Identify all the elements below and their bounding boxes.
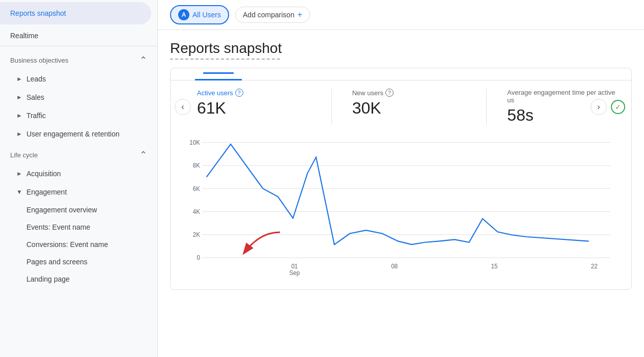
- svg-text:15: 15: [491, 263, 498, 269]
- svg-text:6K: 6K: [193, 185, 200, 191]
- new-users-label: New users ?: [352, 89, 466, 97]
- page-title: Reports snapshot: [170, 40, 632, 57]
- metrics-row: ‹ Active users ? 61K New users ? 30K: [171, 80, 631, 133]
- all-users-label: All Users: [192, 11, 221, 19]
- svg-text:08: 08: [391, 263, 398, 269]
- chart-container: 10K 8K 6K 4K 2K 0 01 Sep 08 15 22: [171, 133, 631, 289]
- arrow-right-icon: ►: [16, 75, 22, 83]
- nav-prev-button[interactable]: ‹: [175, 99, 191, 115]
- engagement-label: Engagement: [26, 188, 67, 196]
- info-icon[interactable]: ?: [235, 89, 243, 97]
- svg-text:01: 01: [291, 263, 298, 269]
- sidebar-subitem-engagement-overview[interactable]: Engagement overview: [0, 201, 157, 218]
- active-users-value: 61K: [197, 99, 311, 118]
- chevron-up-icon: ⌃: [139, 149, 147, 160]
- sales-label: Sales: [26, 93, 44, 101]
- arrow-right-icon: ►: [16, 94, 22, 101]
- metric-divider: [486, 89, 487, 125]
- sidebar-item-engagement[interactable]: ▼ Engagement: [0, 183, 157, 201]
- svg-rect-0: [203, 72, 234, 74]
- sidebar-item-traffic[interactable]: ► Traffic: [0, 106, 157, 125]
- info-icon[interactable]: ?: [385, 89, 394, 97]
- sidebar-item-realtime[interactable]: Realtime: [0, 25, 157, 46]
- chart-svg: 10K 8K 6K 4K 2K 0 01 Sep 08 15 22: [181, 137, 621, 280]
- arrow-right-icon: ►: [16, 130, 22, 138]
- main-content: A All Users Add comparison + Reports sna…: [158, 0, 644, 357]
- svg-text:0: 0: [197, 254, 201, 261]
- arrow-right-icon: ►: [16, 170, 22, 177]
- metric-divider: [331, 89, 332, 125]
- svg-text:22: 22: [591, 263, 598, 269]
- sidebar-subitem-landing-page[interactable]: Landing page: [0, 270, 157, 288]
- active-users-label: Active users ?: [197, 89, 311, 97]
- metrics-tab-active[interactable]: [195, 68, 242, 80]
- svg-text:8K: 8K: [193, 162, 200, 169]
- metric-new-users: New users ? 30K: [352, 89, 466, 118]
- add-comparison-label: Add comparison: [243, 11, 294, 19]
- check-icon: ✓: [611, 100, 625, 114]
- metrics-tabs: [171, 68, 631, 80]
- life-cycle-section[interactable]: Life cycle ⌃: [0, 143, 157, 164]
- user-engagement-label: User engagement & retention: [26, 130, 120, 138]
- nav-next-button[interactable]: ›: [591, 99, 607, 115]
- top-bar: A All Users Add comparison +: [158, 0, 644, 30]
- svg-text:Sep: Sep: [289, 269, 300, 276]
- traffic-label: Traffic: [26, 112, 46, 120]
- sidebar-item-acquisition[interactable]: ► Acquisition: [0, 164, 157, 183]
- new-users-value: 30K: [352, 99, 466, 118]
- sidebar-item-leads[interactable]: ► Leads: [0, 70, 157, 88]
- sidebar-subitem-pages-and-screens[interactable]: Pages and screens: [0, 253, 157, 270]
- sidebar-subitem-conversions-event-name[interactable]: Conversions: Event name: [0, 236, 157, 253]
- business-objectives-label: Business objectives: [10, 57, 68, 64]
- avatar: A: [178, 9, 189, 20]
- chevron-up-icon: ⌃: [139, 54, 147, 66]
- metrics-card: ‹ Active users ? 61K New users ? 30K: [170, 68, 632, 290]
- acquisition-label: Acquisition: [26, 170, 61, 178]
- plus-icon: +: [297, 10, 302, 19]
- life-cycle-label: Life cycle: [10, 151, 38, 159]
- arrow-right-icon: ►: [16, 112, 22, 119]
- svg-text:2K: 2K: [193, 231, 200, 238]
- sidebar-item-sales[interactable]: ► Sales: [0, 88, 157, 106]
- sidebar: Reports snapshot Realtime Business objec…: [0, 0, 158, 357]
- sidebar-item-reports-snapshot[interactable]: Reports snapshot: [0, 2, 151, 24]
- title-underline: [170, 59, 282, 60]
- all-users-chip[interactable]: A All Users: [170, 5, 229, 24]
- add-comparison-button[interactable]: Add comparison +: [235, 7, 310, 23]
- svg-text:10K: 10K: [189, 139, 200, 146]
- sidebar-item-user-engagement[interactable]: ► User engagement & retention: [0, 125, 157, 143]
- business-objectives-section[interactable]: Business objectives ⌃: [0, 48, 157, 70]
- content-area: Reports snapshot ‹ Active users ? 61K: [158, 30, 644, 357]
- arrow-down-icon: ▼: [16, 188, 22, 196]
- metric-active-users: Active users ? 61K: [197, 89, 311, 118]
- leads-label: Leads: [26, 75, 46, 83]
- svg-text:4K: 4K: [193, 208, 200, 215]
- sidebar-subitem-events-event-name[interactable]: Events: Event name: [0, 218, 157, 236]
